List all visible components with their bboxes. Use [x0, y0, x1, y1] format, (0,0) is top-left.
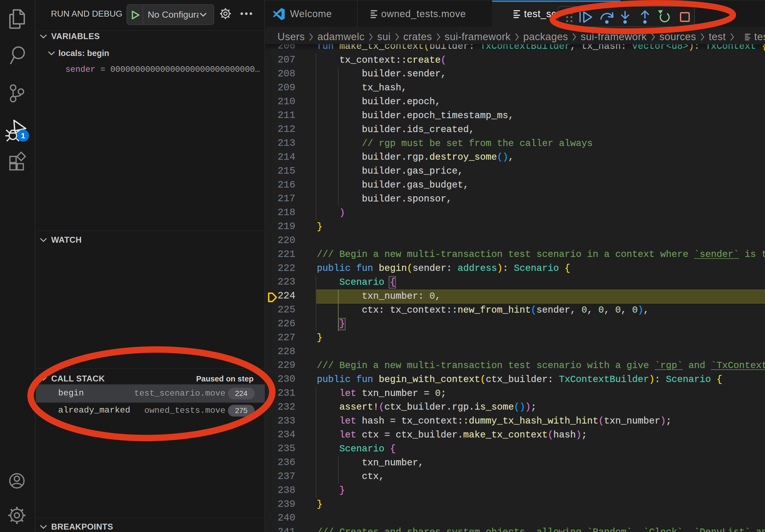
svg-text:1: 1 [21, 132, 25, 140]
